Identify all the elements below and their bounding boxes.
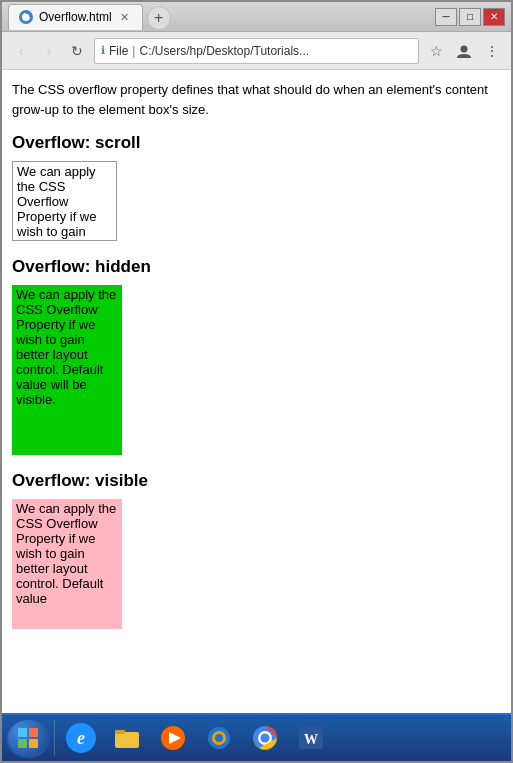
url-bar[interactable]: ℹ File | C:/Users/hp/Desktop/Tutorials..… xyxy=(94,38,419,64)
visible-box: We can apply the CSS Overflow Property i… xyxy=(12,499,122,629)
svg-rect-6 xyxy=(115,732,139,748)
section-visible: Overflow: visible We can apply the CSS O… xyxy=(12,471,501,629)
svg-point-1 xyxy=(461,45,468,52)
forward-button[interactable]: › xyxy=(38,40,60,62)
taskbar-chrome-button[interactable] xyxy=(243,718,287,758)
tab-favicon-icon xyxy=(19,10,33,24)
tab-area: Overflow.html ✕ + xyxy=(8,4,171,30)
tab-title: Overflow.html xyxy=(39,10,112,24)
hidden-box-content: We can apply the CSS Overflow Property i… xyxy=(16,287,116,407)
taskbar-word-button[interactable]: W xyxy=(289,718,333,758)
url-info-icon: ℹ xyxy=(101,44,105,57)
account-button[interactable] xyxy=(453,40,475,62)
refresh-button[interactable]: ↻ xyxy=(66,40,88,62)
title-bar: Overflow.html ✕ + ─ □ ✕ xyxy=(2,2,511,32)
bookmark-star-button[interactable]: ☆ xyxy=(425,40,447,62)
scroll-box[interactable]: We can apply the CSS Overflow Property i… xyxy=(12,161,117,241)
tab-close-button[interactable]: ✕ xyxy=(118,10,132,24)
minimize-button[interactable]: ─ xyxy=(435,8,457,26)
taskbar-separator-1 xyxy=(54,720,55,756)
title-bar-left: Overflow.html ✕ + xyxy=(8,4,171,30)
svg-point-15 xyxy=(261,734,270,743)
svg-rect-5 xyxy=(29,739,38,748)
taskbar-media-button[interactable] xyxy=(151,718,195,758)
browser-window: Overflow.html ✕ + ─ □ ✕ ‹ › ↻ ℹ File | C… xyxy=(0,0,513,763)
start-button[interactable] xyxy=(6,718,50,758)
svg-point-12 xyxy=(215,734,223,742)
section-visible-heading: Overflow: visible xyxy=(12,471,501,491)
browser-tab[interactable]: Overflow.html ✕ xyxy=(8,4,143,30)
taskbar-folder-button[interactable] xyxy=(105,718,149,758)
page-intro-text: The CSS overflow property defines that w… xyxy=(12,80,501,119)
url-text: C:/Users/hp/Desktop/Tutorials... xyxy=(139,44,309,58)
taskbar-ie-button[interactable]: e xyxy=(59,718,103,758)
section-scroll-heading: Overflow: scroll xyxy=(12,133,501,153)
svg-rect-7 xyxy=(115,730,125,734)
visible-box-content: We can apply the CSS Overflow Property i… xyxy=(16,501,116,606)
address-bar: ‹ › ↻ ℹ File | C:/Users/hp/Desktop/Tutor… xyxy=(2,32,511,70)
svg-rect-2 xyxy=(18,728,27,737)
taskbar: e xyxy=(2,713,511,761)
url-separator: | xyxy=(132,44,135,58)
section-hidden: Overflow: hidden We can apply the CSS Ov… xyxy=(12,257,501,455)
new-tab-button[interactable]: + xyxy=(147,6,171,30)
hidden-box: We can apply the CSS Overflow Property i… xyxy=(12,285,122,455)
back-button[interactable]: ‹ xyxy=(10,40,32,62)
scroll-box-content: We can apply the CSS Overflow Property i… xyxy=(17,164,104,241)
taskbar-firefox-button[interactable] xyxy=(197,718,241,758)
svg-text:W: W xyxy=(304,732,318,747)
page-content[interactable]: The CSS overflow property defines that w… xyxy=(2,70,511,713)
ie-icon: e xyxy=(66,723,96,753)
maximize-button[interactable]: □ xyxy=(459,8,481,26)
window-controls: ─ □ ✕ xyxy=(435,8,505,26)
section-scroll: Overflow: scroll We can apply the CSS Ov… xyxy=(12,133,501,241)
section-hidden-heading: Overflow: hidden xyxy=(12,257,501,277)
browser-menu-button[interactable]: ⋮ xyxy=(481,40,503,62)
svg-rect-3 xyxy=(29,728,38,737)
url-file-label: File xyxy=(109,44,128,58)
close-button[interactable]: ✕ xyxy=(483,8,505,26)
svg-rect-4 xyxy=(18,739,27,748)
